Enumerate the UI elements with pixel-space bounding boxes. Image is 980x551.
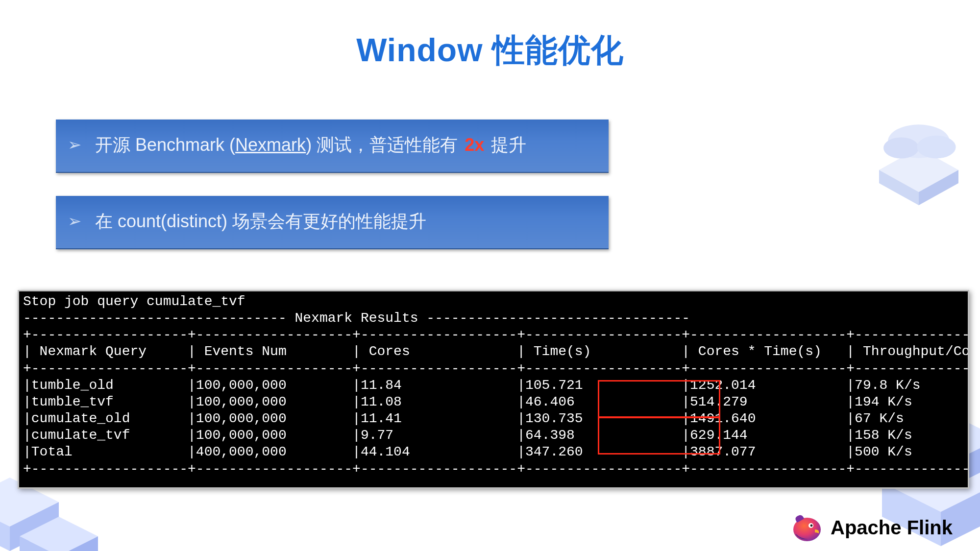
bullet1-link: Nexmark [235, 135, 306, 155]
terminal-line: Stop job query cumulate_tvf [23, 293, 964, 310]
svg-point-2 [917, 136, 956, 159]
table-row: |cumulate_tvf |100,000,000 |9.77 |64.398… [23, 427, 964, 444]
terminal-line: +-------------------+-------------------… [23, 461, 964, 478]
bullet-text-2: 在 count(distinct) 场景会有更好的性能提升 [95, 211, 426, 231]
bullet-arrow-icon: ➢ [68, 135, 81, 154]
terminal-output: Stop job query cumulate_tvf-------------… [18, 290, 969, 489]
table-row: |Total |400,000,000 |44.104 |347.260 |38… [23, 444, 964, 460]
bullet1-prefix: 开源 Benchmark ( [95, 135, 235, 155]
table-row: |cumulate_old |100,000,000 |11.41 |130.7… [23, 410, 964, 427]
bullet1-highlight: 2x [463, 135, 486, 155]
bullet-arrow-icon: ➢ [68, 211, 81, 231]
brand-text: Apache Flink [831, 517, 953, 539]
bullet1-suffix: 提升 [486, 135, 526, 155]
terminal-line: +-------------------+-------------------… [23, 327, 964, 343]
bullet1-mid: ) 测试，普适性能有 [306, 135, 463, 155]
bullet-count-distinct: ➢ 在 count(distinct) 场景会有更好的性能提升 [56, 196, 609, 249]
slide-title: Window 性能优化 [0, 28, 980, 72]
table-row: |tumble_old |100,000,000 |11.84 |105.721… [23, 377, 964, 394]
brand: Apache Flink [790, 513, 953, 542]
decoration-cloud [853, 88, 980, 225]
svg-point-1 [883, 137, 919, 158]
table-row: |tumble_tvf |100,000,000 |11.08 |46.406 … [23, 394, 964, 410]
bullet-text-1: 开源 Benchmark (Nexmark) 测试，普适性能有 2x 提升 [95, 135, 526, 155]
flink-logo-icon [790, 513, 824, 542]
svg-point-5 [810, 525, 813, 527]
terminal-line: -------------------------------- Nexmark… [23, 310, 964, 327]
terminal-line: | Nexmark Query | Events Num | Cores | T… [23, 343, 964, 360]
bullet-benchmark: ➢ 开源 Benchmark (Nexmark) 测试，普适性能有 2x 提升 [56, 120, 609, 173]
svg-point-0 [888, 124, 950, 158]
terminal-line: +-------------------+-------------------… [23, 360, 964, 377]
